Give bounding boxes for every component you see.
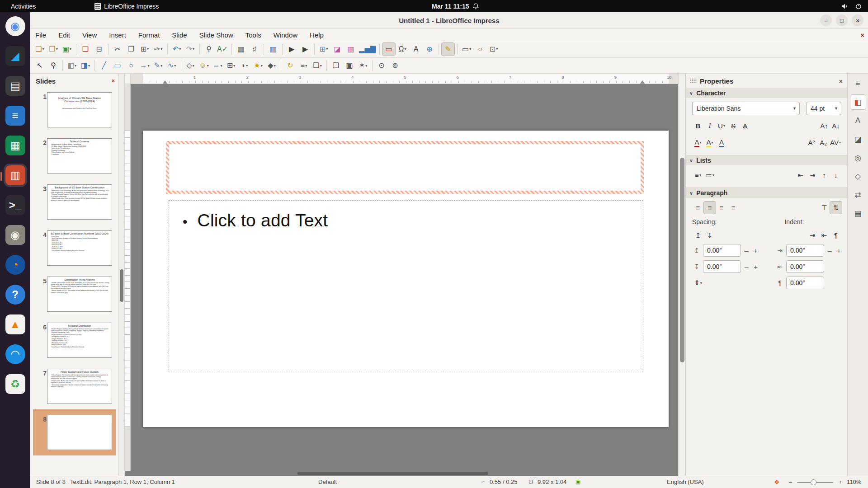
- print-button[interactable]: ⊟: [93, 43, 105, 56]
- save-button[interactable]: ▣ ▾: [61, 43, 73, 56]
- lists-section-header[interactable]: ∨ Lists: [686, 155, 847, 165]
- slides-panel-scrollbar[interactable]: [119, 74, 125, 476]
- gallery-tab[interactable]: ◪: [850, 132, 866, 146]
- promote-button[interactable]: ⇤: [795, 169, 807, 181]
- close-properties-icon[interactable]: ×: [839, 78, 843, 85]
- fontwork-button[interactable]: A: [410, 43, 422, 56]
- zoom-in-button[interactable]: +: [839, 479, 842, 485]
- block-arrows-button[interactable]: ⇔ ▾: [211, 59, 224, 72]
- display-grid-button[interactable]: ▦: [235, 43, 247, 56]
- menu-item[interactable]: Window: [274, 31, 297, 39]
- slide-editing-view[interactable]: • Click to add Text: [131, 84, 678, 471]
- navigator-tab[interactable]: ◎: [850, 150, 866, 165]
- demote-button[interactable]: ⇥: [807, 169, 818, 181]
- increase-spacing-button[interactable]: ↥: [692, 229, 704, 241]
- indent-marker-left[interactable]: [163, 80, 167, 84]
- start-first-slide-button[interactable]: ▶: [285, 43, 298, 56]
- slides-scrollbar-thumb[interactable]: [120, 269, 123, 302]
- center-vertically-button[interactable]: ⇅: [830, 202, 842, 214]
- terminal-icon[interactable]: >_: [5, 195, 25, 215]
- snap-guides-button[interactable]: ♯: [248, 43, 261, 56]
- ellipse-button[interactable]: ○: [125, 59, 137, 72]
- lines-arrows-button[interactable]: → ▾: [138, 59, 151, 72]
- arrange-button[interactable]: ❏ ▾: [311, 59, 324, 72]
- libreoffice-calc-icon[interactable]: ▦: [5, 136, 25, 155]
- font-color-button[interactable]: A ▾: [692, 136, 704, 149]
- clock-button[interactable]: Mar 11 11:15: [432, 3, 479, 10]
- line-color-button-tb[interactable]: ◨ ▾: [79, 59, 92, 72]
- blue-circle-app-icon[interactable]: ◠: [5, 344, 25, 364]
- open-button[interactable]: ❒ ▾: [47, 43, 60, 56]
- zoom-slider[interactable]: [797, 482, 833, 483]
- copy-button[interactable]: ❐: [125, 43, 137, 56]
- increase-font-button[interactable]: A↑: [818, 120, 830, 132]
- close-document-icon[interactable]: ×: [860, 31, 864, 39]
- horizontal-scrollbar-thumb[interactable]: [297, 472, 488, 475]
- align-top-button[interactable]: ⊤: [818, 202, 830, 214]
- align-justified-button[interactable]: ≡: [727, 202, 739, 214]
- flowchart-button[interactable]: ⊞ ▾: [225, 59, 237, 72]
- font-name-combobox[interactable]: Liberation Sans ▼: [692, 102, 800, 115]
- slide-canvas[interactable]: • Click to add Text: [143, 131, 669, 427]
- decrease-font-button[interactable]: A↓: [830, 120, 842, 132]
- slide-style-label[interactable]: Default: [318, 479, 337, 485]
- ellipse-shape-button[interactable]: ○: [474, 43, 486, 56]
- superscript-button[interactable]: A²: [806, 136, 817, 149]
- close-slides-panel-icon[interactable]: ×: [111, 77, 115, 84]
- insert-textbox-button[interactable]: ▭: [382, 43, 395, 56]
- close-button[interactable]: ×: [852, 14, 863, 26]
- move-down-button[interactable]: ↓: [830, 169, 842, 181]
- slide-thumbnail[interactable]: Construction Trend Analysis Growth Trend…: [47, 277, 112, 312]
- spacing-above-plus[interactable]: +: [752, 247, 760, 254]
- highlight-color-button[interactable]: A ▾: [704, 136, 716, 149]
- undo-button[interactable]: ↶ ▾: [170, 43, 183, 56]
- zoom-out-button[interactable]: –: [789, 479, 792, 485]
- cut-button[interactable]: ✂: [111, 43, 124, 56]
- title-placeholder-editing[interactable]: [166, 141, 644, 194]
- hanging-indent-button[interactable]: ¶: [830, 229, 842, 241]
- align-center-button[interactable]: ≡: [704, 202, 716, 214]
- rectangle-button[interactable]: ▭: [111, 59, 124, 72]
- zoom-slider-thumb[interactable]: [811, 479, 816, 485]
- gimp-icon[interactable]: ◉: [5, 225, 25, 245]
- fill-color-button-tb[interactable]: ◧ ▾: [66, 59, 78, 72]
- spacing-above-minus[interactable]: –: [743, 247, 750, 254]
- special-character-button[interactable]: Ω ▾: [396, 43, 409, 56]
- system-tray[interactable]: [841, 3, 862, 9]
- maximize-button[interactable]: □: [836, 14, 848, 26]
- menu-item[interactable]: Edit: [58, 31, 70, 39]
- menu-item[interactable]: Tools: [245, 31, 261, 39]
- rotate-button[interactable]: ↻: [284, 59, 297, 72]
- slide-thumbnail[interactable]: Regional Distribution Eastern Region Lea…: [47, 323, 112, 358]
- align-left-button[interactable]: ≡: [692, 202, 704, 214]
- menu-item[interactable]: Slide: [172, 31, 187, 39]
- align-right-button[interactable]: ≡: [716, 202, 727, 214]
- insert-image-button[interactable]: ◪: [331, 43, 344, 56]
- menu-item[interactable]: File: [35, 31, 46, 39]
- align-objects-button[interactable]: ≡ ▾: [297, 59, 310, 72]
- character-spacing-button[interactable]: AV ▾: [829, 136, 842, 149]
- crop-button[interactable]: ▣: [343, 59, 356, 72]
- libreoffice-writer-icon[interactable]: ≡: [5, 106, 25, 126]
- indent-before-field[interactable]: 0.00″: [786, 244, 824, 257]
- new-document-button[interactable]: ❏ ▾: [33, 43, 46, 56]
- placeholder-text[interactable]: Click to add Text: [198, 211, 328, 230]
- firefox-icon[interactable]: ◔: [5, 255, 25, 275]
- slide-thumbnail[interactable]: Table of Contents Background of 5G Base …: [47, 138, 112, 174]
- insert-chart-button[interactable]: ▂▅▇: [358, 43, 377, 56]
- increase-indent-button[interactable]: ⇥: [807, 229, 818, 241]
- decrease-indent-button[interactable]: ⇤: [818, 229, 830, 241]
- outline-color-button[interactable]: A: [716, 136, 727, 149]
- underline-button[interactable]: U ▾: [716, 120, 727, 132]
- styles-tab[interactable]: A: [850, 113, 866, 128]
- spacing-below-field[interactable]: 0.00″: [703, 260, 741, 273]
- italic-button[interactable]: I: [704, 120, 716, 132]
- indent-marker-right[interactable]: [640, 80, 645, 84]
- character-section-header[interactable]: ∨ Character: [686, 88, 847, 98]
- move-up-button[interactable]: ↑: [818, 169, 830, 181]
- spacing-above-field[interactable]: 0.00″: [703, 244, 741, 257]
- paste-button[interactable]: ⊞ ▾: [138, 43, 151, 56]
- first-line-indent-field[interactable]: 0.00″: [786, 277, 824, 289]
- window-titlebar[interactable]: Untitled 1 - LibreOffice Impress – □ ×: [30, 12, 868, 29]
- shadow-button[interactable]: A: [739, 120, 751, 132]
